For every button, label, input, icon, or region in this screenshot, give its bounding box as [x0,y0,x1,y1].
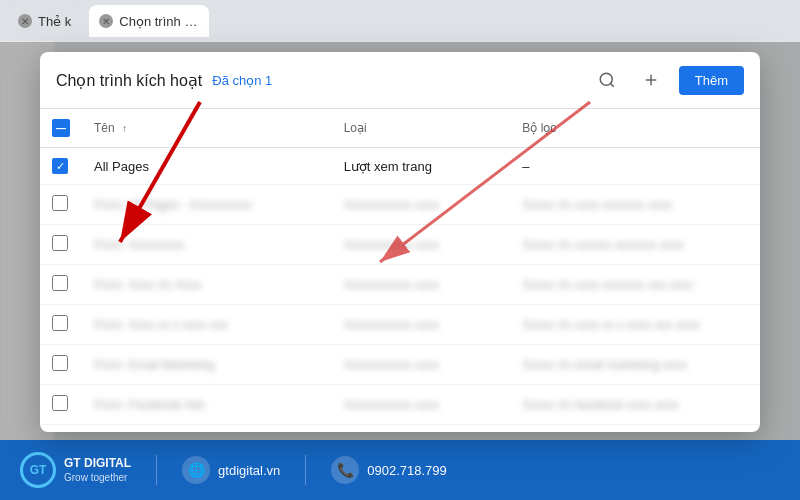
row-checkbox-cell[interactable] [40,425,82,433]
footer-divider-1 [156,455,157,485]
col-header-filter[interactable]: Bộ lọc [510,109,760,148]
add-button[interactable]: Thêm [679,66,744,95]
row-name-cell: From: Xxxxxxxxx [82,225,332,265]
selected-badge: Đã chọn 1 [212,73,272,88]
dialog-header: Chọn trình kích hoạt Đã chọn 1 Thêm [40,52,760,109]
browser-tab-bar: ✕ Thẻ k ✕ Chọn trình kích hoạt [0,0,800,42]
tab-2-label: Chọn trình kích hoạt [119,14,199,29]
row-filter-cell: Xxxxx Xx xxxx xx x xxxx xxx xxxx [510,305,760,345]
row-filter-cell: Xxxxx Xx google xxxx xxxx [510,425,760,433]
tab-close-1[interactable]: ✕ [18,14,32,28]
row-filter-cell: – [510,148,760,185]
svg-point-0 [600,73,612,85]
footer-phone[interactable]: 📞 0902.718.799 [331,456,447,484]
row-filter-cell: Xxxxx Xx xxxx xxxxxxx xxx xxxx [510,265,760,305]
select-all-header[interactable] [40,109,82,148]
row-type-cell: Xxxxxxxxxxx xxxx [332,185,511,225]
table-row[interactable]: From: Email Marketing Xxxxxxxxxxx xxxx X… [40,345,760,385]
svg-line-1 [610,83,613,86]
col-filter-label: Bộ lọc [522,121,556,135]
phone-label: 0902.718.799 [367,463,447,478]
table-row[interactable]: From: Xxxxxxxxx Xxxxxxxxxxx xxxx Xxxxx X… [40,225,760,265]
col-header-name[interactable]: Tên ↑ [82,109,332,148]
tab-1[interactable]: ✕ Thẻ k [8,5,81,37]
table-row[interactable]: From: Xxxx xx x xxxx xxx Xxxxxxxxxxx xxx… [40,305,760,345]
sort-arrow-icon: ↑ [122,123,127,134]
tab-1-label: Thẻ k [38,14,71,29]
modal-overlay: Chọn trình kích hoạt Đã chọn 1 Thêm [0,42,800,440]
table-container[interactable]: Tên ↑ Loại Bộ lọc [40,109,760,432]
row-name-cell: From: Facebook Ads [82,385,332,425]
row-checkbox-cell[interactable] [40,305,82,345]
table-row[interactable]: From: All Pages - Xxxxxxxxxx Xxxxxxxxxxx… [40,185,760,225]
row-checkbox-cell[interactable] [40,345,82,385]
row-type-cell: Xxxxxxxxxxx xxxx [332,345,511,385]
row-checkbox-cell[interactable] [40,265,82,305]
row-checkbox[interactable] [52,315,68,331]
dialog-title: Chọn trình kích hoạt [56,71,202,90]
row-name-cell: All Pages [82,148,332,185]
table-row[interactable]: From: Xxxx Xx Xxxx Xxxxxxxxxxx xxxx Xxxx… [40,265,760,305]
website-label: gtdigital.vn [218,463,280,478]
row-type-cell: Xxxxxxxxxxx xxxx [332,425,511,433]
footer-logo: GT GT DIGITAL Grow together [20,452,131,488]
row-name-cell: From: Google Ads [82,425,332,433]
footer-divider-2 [305,455,306,485]
row-checkbox[interactable] [52,235,68,251]
row-checkbox-cell[interactable] [40,185,82,225]
table-row[interactable]: All Pages Lượt xem trang – [40,148,760,185]
row-name-cell: From: Xxxx Xx Xxxx [82,265,332,305]
footer-website[interactable]: 🌐 gtdigital.vn [182,456,280,484]
dialog: Chọn trình kích hoạt Đã chọn 1 Thêm [40,52,760,432]
logo-icon: GT [20,452,56,488]
row-filter-cell: Xxxxx Xx xxxx xxxxxxx xxxx [510,185,760,225]
tab-2[interactable]: ✕ Chọn trình kích hoạt [89,5,209,37]
phone-icon: 📞 [331,456,359,484]
row-filter-cell: Xxxxx Xx xxxxxx xxxxxxx xxxx [510,225,760,265]
row-type-cell: Xxxxxxxxxxx xxxx [332,385,511,425]
row-name-cell: From: Xxxx xx x xxxx xxx [82,305,332,345]
row-name-cell: From: Email Marketing [82,345,332,385]
row-checkbox-cell[interactable] [40,385,82,425]
row-type-cell: Xxxxxxxxxxx xxxx [332,225,511,265]
table-header-row: Tên ↑ Loại Bộ lọc [40,109,760,148]
row-type-cell: Xxxxxxxxxxx xxxx [332,265,511,305]
tab-close-2[interactable]: ✕ [99,14,113,28]
add-icon-button[interactable] [635,64,667,96]
footer-brand-text: GT DIGITAL Grow together [64,456,131,485]
search-button[interactable] [591,64,623,96]
row-checkbox[interactable] [52,395,68,411]
row-filter-cell: Xxxxx Xx email marketing xxxx [510,345,760,385]
row-type-cell: Xxxxxxxxxxx xxxx [332,305,511,345]
table-body: All Pages Lượt xem trang – From: All Pag… [40,148,760,433]
dialog-title-area: Chọn trình kích hoạt Đã chọn 1 [56,71,272,90]
table-row[interactable]: From: Facebook Ads Xxxxxxxxxxx xxxx Xxxx… [40,385,760,425]
row-checkbox[interactable] [52,275,68,291]
brand-name: GT DIGITAL [64,456,131,472]
row-checkbox-cell[interactable] [40,225,82,265]
row-checkbox[interactable] [52,355,68,371]
row-checkbox-checked[interactable] [52,158,68,174]
col-name-label: Tên [94,121,115,135]
col-type-label: Loại [344,121,367,135]
dialog-actions: Thêm [591,64,744,96]
globe-icon: 🌐 [182,456,210,484]
table-row[interactable]: From: Google Ads Xxxxxxxxxxx xxxx Xxxxx … [40,425,760,433]
col-header-type[interactable]: Loại [332,109,511,148]
select-all-checkbox[interactable] [52,119,70,137]
row-checkbox[interactable] [52,195,68,211]
row-name-cell: From: All Pages - Xxxxxxxxxx [82,185,332,225]
row-filter-cell: Xxxxx Xx facebook xxxx xxxx [510,385,760,425]
row-type-cell: Lượt xem trang [332,148,511,185]
brand-tagline: Grow together [64,471,131,484]
row-checkbox-cell[interactable] [40,148,82,185]
triggers-table: Tên ↑ Loại Bộ lọc [40,109,760,432]
footer: GT GT DIGITAL Grow together 🌐 gtdigital.… [0,440,800,500]
